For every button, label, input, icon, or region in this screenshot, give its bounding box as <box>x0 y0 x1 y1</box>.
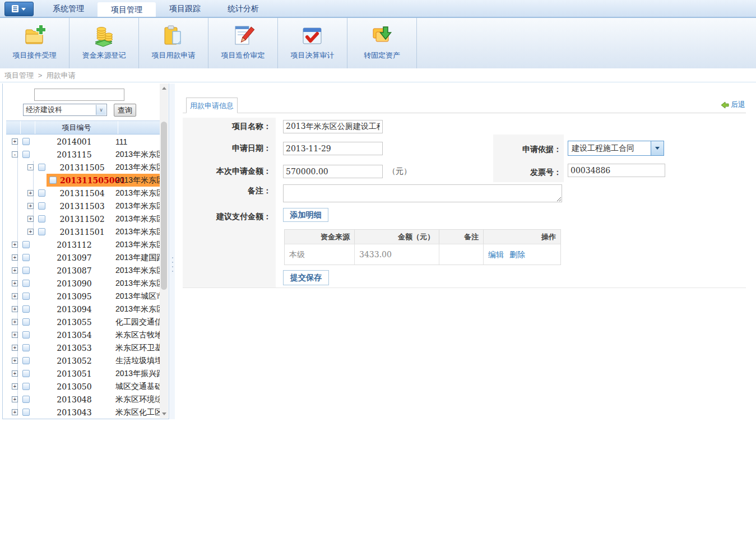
tree-expander-icon[interactable]: + <box>12 280 18 286</box>
tree-expander-icon[interactable]: + <box>12 332 18 338</box>
tree-expander-icon[interactable]: + <box>12 396 18 402</box>
project-number: 2013050 <box>33 382 115 391</box>
tree-checkbox[interactable] <box>22 254 30 261</box>
toolbar-item[interactable]: 项目决算审计 <box>278 18 347 68</box>
tree-row[interactable]: + 2013094 2013年米东区 <box>6 303 161 316</box>
tree-checkbox[interactable] <box>38 215 45 222</box>
tree-expander-icon[interactable]: + <box>12 319 18 325</box>
tree-expander-icon[interactable]: + <box>12 345 18 351</box>
toolbar-item[interactable]: 项目用款申请 <box>139 18 208 68</box>
menu-button[interactable] <box>4 2 34 16</box>
tree-row[interactable]: + 201311503 2013年米东区 <box>6 200 161 212</box>
tree-checkbox[interactable] <box>22 293 30 300</box>
tree-row[interactable]: + 2013087 2013年米东区 <box>6 264 161 277</box>
scrollbar-thumb[interactable] <box>161 122 167 290</box>
scroll-down-button[interactable] <box>160 409 168 418</box>
tree-checkbox[interactable] <box>22 280 30 287</box>
tree-row[interactable]: + 201311501 2013年米东区 <box>6 225 161 238</box>
tree-checkbox[interactable] <box>38 202 45 210</box>
tree-row[interactable]: + 2013112 2013年米东区 <box>6 238 161 251</box>
tree-row[interactable]: + 2013048 米东区环境综 <box>6 393 161 406</box>
tree-row[interactable]: 201311505001 2013年米东区 <box>6 174 161 187</box>
tree-checkbox[interactable] <box>22 241 30 248</box>
tree-checkbox[interactable] <box>22 396 30 403</box>
tree-checkbox[interactable] <box>22 344 30 351</box>
tree-expander-icon[interactable]: + <box>27 229 34 235</box>
tree-expander-icon[interactable]: + <box>27 216 34 222</box>
department-select[interactable]: 经济建设科 ∨ <box>23 104 107 116</box>
tree-row[interactable]: + 2013043 米东区化工区 <box>6 406 161 418</box>
tree-expander-icon[interactable]: + <box>12 409 18 415</box>
tree-expander-icon[interactable]: + <box>12 242 18 248</box>
tree-expander-icon[interactable]: + <box>12 138 18 145</box>
tree-checkbox[interactable] <box>38 164 45 171</box>
tree-checkbox[interactable] <box>22 305 30 313</box>
tree-expander-icon[interactable]: + <box>12 293 18 299</box>
tree-expander-icon[interactable]: - <box>12 151 18 157</box>
tree-expander-icon[interactable]: + <box>12 358 18 364</box>
tree-expander-icon[interactable]: + <box>12 370 18 377</box>
tree-checkbox[interactable] <box>22 151 30 158</box>
tree-checkbox[interactable] <box>22 318 30 326</box>
project-name-input[interactable] <box>283 120 383 133</box>
tree-checkbox[interactable] <box>49 177 57 184</box>
toolbar-item[interactable]: 项目造价审定 <box>208 18 278 68</box>
tree-row[interactable]: + 2013053 米东区环卫基 <box>6 341 161 354</box>
select-dropdown-button[interactable]: ∨ <box>96 105 106 115</box>
tree-checkbox[interactable] <box>22 370 30 377</box>
search-input[interactable] <box>34 89 124 101</box>
nav-tab-项目跟踪[interactable]: 项目跟踪 <box>156 0 214 17</box>
remark-textarea[interactable] <box>283 184 562 202</box>
tree-expander-icon[interactable]: + <box>12 383 18 390</box>
amount-input[interactable] <box>283 165 383 178</box>
tree-row[interactable]: + 2013095 2013年城区市 <box>6 290 161 303</box>
tree-scrollbar[interactable] <box>160 84 168 418</box>
tree-checkbox[interactable] <box>22 357 30 364</box>
tree-expander-icon[interactable]: + <box>12 267 18 274</box>
tree-row[interactable]: + 2013052 生活垃圾填埋 <box>6 354 161 367</box>
nav-tab-统计分析[interactable]: 统计分析 <box>214 0 272 17</box>
tree-row[interactable]: + 2013054 米东区古牧地 <box>6 328 161 341</box>
tree-checkbox[interactable] <box>22 267 30 274</box>
tab-payment-request-info[interactable]: 用款申请信息 <box>186 98 238 113</box>
tree-row[interactable]: + 2013050 城区交通基础 <box>6 380 161 393</box>
nav-tab-系统管理[interactable]: 系统管理 <box>39 0 98 17</box>
toolbar-item[interactable]: 资金来源登记 <box>69 18 139 68</box>
tree-expander-icon[interactable]: - <box>27 164 34 170</box>
tree-row[interactable]: + 2013090 2013年米东区 <box>6 277 161 290</box>
tree-row[interactable]: + 2014001 111 <box>6 135 161 148</box>
tree-row[interactable]: - 201311505 2013年米东区 <box>6 161 161 174</box>
tree-checkbox[interactable] <box>22 138 30 145</box>
tree-row[interactable]: + 201311504 2013年米东区 <box>6 187 161 200</box>
tree-row[interactable]: + 2013051 2013年振兴路 <box>6 367 161 380</box>
toolbar-item[interactable]: 转固定资产 <box>347 18 417 68</box>
tree-row[interactable]: - 2013115 2013年米东区 <box>6 148 161 161</box>
tree-checkbox[interactable] <box>22 331 30 339</box>
tree-expander-icon[interactable]: + <box>27 190 34 196</box>
tree-expander-icon[interactable]: + <box>12 254 18 261</box>
basis-combobox[interactable]: 建设工程施工合同 <box>568 141 664 156</box>
edit-link[interactable]: 编辑 <box>488 250 504 259</box>
invoice-input[interactable] <box>568 164 665 177</box>
tree-row[interactable]: + 201311502 2013年米东区 <box>6 212 161 225</box>
tree-checkbox[interactable] <box>38 228 45 235</box>
delete-link[interactable]: 删除 <box>509 250 525 259</box>
tree-expander-icon[interactable]: + <box>27 203 34 209</box>
toolbar-item[interactable]: 项目接件受理 <box>0 18 69 68</box>
tree-checkbox[interactable] <box>22 409 30 416</box>
tree-checkbox[interactable] <box>38 189 45 197</box>
nav-tab-项目管理[interactable]: 项目管理 <box>98 2 156 17</box>
toolbar: 项目接件受理 资金来源登记 项目用款申请 <box>0 17 756 69</box>
tree-row[interactable]: + 2013097 2013年建国路 <box>6 251 161 264</box>
tree-expander-icon[interactable]: + <box>12 306 18 312</box>
back-link[interactable]: 后退 <box>721 100 745 110</box>
tree-row[interactable]: + 2013055 化工园交通信 <box>6 316 161 328</box>
breadcrumb-section: 项目管理 <box>4 71 34 80</box>
submit-save-button[interactable]: 提交保存 <box>283 270 329 285</box>
apply-date-input[interactable] <box>283 142 383 155</box>
query-button[interactable]: 查询 <box>114 104 136 117</box>
tree-checkbox[interactable] <box>22 383 30 390</box>
combobox-dropdown-button[interactable] <box>651 141 664 155</box>
scroll-up-button[interactable] <box>160 84 168 92</box>
add-detail-button[interactable]: 添加明细 <box>283 208 328 222</box>
